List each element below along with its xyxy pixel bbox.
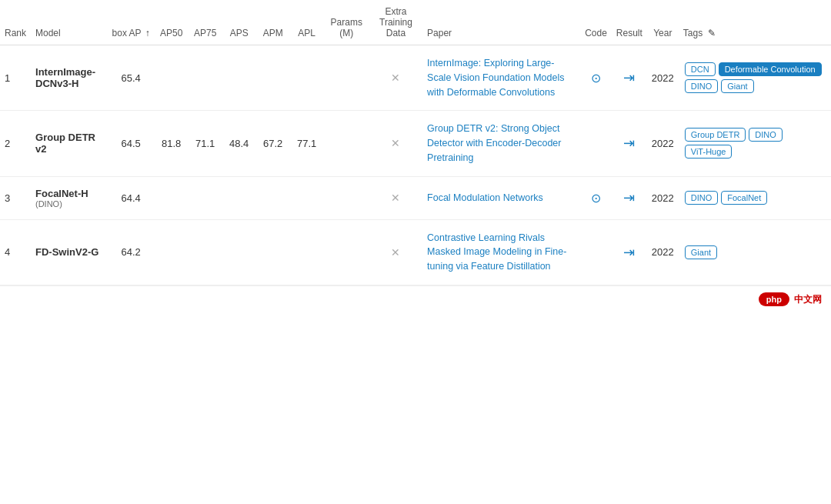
rank-cell: 2 [0,111,31,176]
year-cell: 2022 [647,176,679,219]
tag-badge[interactable]: DCN [685,62,716,76]
cell-ap50 [155,176,189,219]
php-logo: php [759,292,789,306]
tag-badge[interactable]: DINO [685,79,719,93]
tag-badge[interactable]: Deformable Convolution [719,62,822,76]
leaderboard-table-container: Rank Model box AP ↑ AP50 AP75 APS [0,0,831,312]
tag-badge[interactable]: FocalNet [721,191,767,205]
no-extra-icon: ✕ [391,72,400,84]
year-cell: 2022 [647,111,679,176]
sort-arrow-icon: ↑ [145,28,150,38]
tag-badge[interactable]: DINO [685,191,719,205]
cell-params [324,176,369,219]
code-icon[interactable]: ⊙ [591,71,601,85]
cell-box_ap: 64.2 [108,219,155,285]
tag-badge[interactable]: Giant [721,79,753,93]
paper-link[interactable]: Focal Modulation Networks [427,192,543,203]
cell-apm [256,219,290,285]
cell-params [324,45,369,111]
col-ap50: AP50 [155,0,189,45]
cell-aps: 48.4 [222,111,256,176]
col-params: Params (M) [324,0,369,45]
result-icon[interactable]: ⇥ [623,135,635,152]
rank-cell: 4 [0,219,31,285]
table-row: 4FD-SwinV2-G64.2✕Contrastive Learning Ri… [0,219,831,285]
model-cell: Group DETR v2 [31,111,108,176]
result-cell: ⇥ [612,45,647,111]
cell-extra: ✕ [369,219,422,285]
year-cell: 2022 [647,219,679,285]
cell-apm: 67.2 [256,111,290,176]
cell-apm [256,45,290,111]
cell-aps [222,45,256,111]
result-icon[interactable]: ⇥ [623,189,635,206]
col-apl: APL [290,0,324,45]
cell-extra: ✕ [369,111,422,176]
cell-ap75 [189,45,222,111]
cell-aps [222,219,256,285]
col-year: Year [647,0,679,45]
cell-apl: 77.1 [290,111,324,176]
rank-cell: 3 [0,176,31,219]
col-ap75: AP75 [189,0,222,45]
paper-link[interactable]: Contrastive Learning Rivals Masked Image… [427,232,566,272]
leaderboard-table: Rank Model box AP ↑ AP50 AP75 APS [0,0,831,285]
tags-cell: Group DETRDINOViT-Huge [679,111,831,176]
no-extra-icon: ✕ [391,192,400,204]
result-cell: ⇥ [612,176,647,219]
col-extra: Extra Training Data [369,0,422,45]
code-cell [580,111,612,176]
tags-cell: Giant [679,219,831,285]
result-icon[interactable]: ⇥ [623,244,635,261]
code-cell [580,219,612,285]
model-sub: (DINO) [35,199,103,209]
year-cell: 2022 [647,45,679,111]
cell-box_ap: 64.5 [108,111,155,176]
table-header-row: Rank Model box AP ↑ AP50 AP75 APS [0,0,831,45]
cell-apm [256,176,290,219]
col-box-ap[interactable]: box AP ↑ [108,0,155,45]
col-result: Result [612,0,647,45]
paper-cell: Group DETR v2: Strong Object Detector wi… [422,111,580,176]
tag-badge[interactable]: Group DETR [685,128,746,142]
col-rank: Rank [0,0,31,45]
cell-apl [290,219,324,285]
model-cell: FD-SwinV2-G [31,219,108,285]
table-row: 2Group DETR v264.581.871.148.467.277.1✕G… [0,111,831,176]
code-icon[interactable]: ⊙ [591,191,601,205]
tags-cell: DCNDeformable ConvolutionDINOGiant [679,45,831,111]
col-apm: APM [256,0,290,45]
table-row: 1InternImage-DCNv3-H65.4✕InternImage: Ex… [0,45,831,111]
table-row: 3FocalNet-H(DINO)64.4✕Focal Modulation N… [0,176,831,219]
tags-cell: DINOFocalNet [679,176,831,219]
edit-tags-icon[interactable]: ✎ [708,28,716,38]
cell-box_ap: 64.4 [108,176,155,219]
cn-label: 中文网 [794,294,822,305]
result-cell: ⇥ [612,219,647,285]
rank-cell: 1 [0,45,31,111]
tag-badge[interactable]: Giant [685,245,717,259]
result-icon[interactable]: ⇥ [623,69,635,86]
cell-ap75 [189,176,222,219]
tag-badge[interactable]: DINO [749,128,783,142]
cell-apl [290,45,324,111]
cell-box_ap: 65.4 [108,45,155,111]
result-cell: ⇥ [612,111,647,176]
col-aps: APS [222,0,256,45]
cell-extra: ✕ [369,176,422,219]
paper-link[interactable]: InternImage: Exploring Large-Scale Visio… [427,58,564,98]
cell-ap75: 71.1 [189,111,222,176]
code-cell: ⊙ [580,176,612,219]
col-tags[interactable]: Tags ✎ [679,0,831,45]
paper-link[interactable]: Group DETR v2: Strong Object Detector wi… [427,123,561,163]
col-code: Code [580,0,612,45]
no-extra-icon: ✕ [391,137,400,149]
cell-params [324,111,369,176]
no-extra-icon: ✕ [391,246,400,259]
model-cell: FocalNet-H(DINO) [31,176,108,219]
cell-ap50 [155,219,189,285]
cell-ap75 [189,219,222,285]
tag-badge[interactable]: ViT-Huge [685,145,733,159]
cell-apl [290,176,324,219]
col-model: Model [31,0,108,45]
